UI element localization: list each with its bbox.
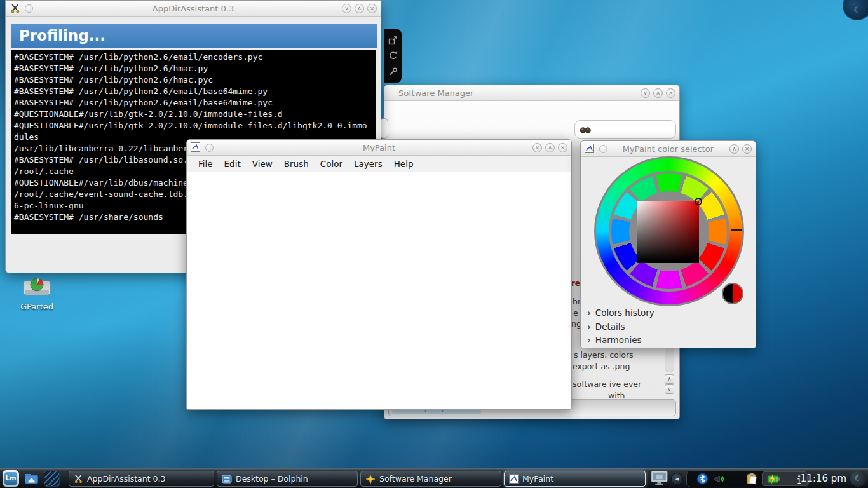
taskbar-item-software-manager[interactable]: Software Manager	[360, 471, 501, 487]
review-text-fragment: software ive ever	[573, 379, 641, 389]
panel-cashew-icon[interactable]: ☾	[850, 471, 866, 487]
current-color-indicator	[722, 283, 743, 304]
expander-colors-history[interactable]: › Colors history	[587, 306, 654, 319]
close-button[interactable]: ×	[666, 88, 675, 98]
plasma-cashew-top-icon[interactable]: ☾	[843, 0, 868, 20]
binoculars-search-icon	[580, 125, 592, 134]
review-text-fragment: e	[573, 308, 578, 318]
menu-help[interactable]: Help	[388, 159, 419, 169]
minimize-button[interactable]: ∨	[342, 4, 351, 13]
search-input[interactable]	[574, 120, 676, 139]
chevron-right-icon: ›	[587, 335, 591, 345]
maximize-button[interactable]: ∧	[729, 144, 739, 154]
close-button[interactable]: ×	[367, 4, 377, 13]
minimize-button[interactable]: ∨	[532, 143, 542, 152]
plasma-widget-toolbox[interactable]	[384, 29, 402, 83]
menu-view[interactable]: View	[247, 159, 278, 169]
mypaint-app-icon	[509, 474, 519, 484]
review-text-fragment: s layers, colors	[574, 350, 634, 360]
gparted-label: GParted	[17, 302, 57, 311]
dolphin-app-icon	[222, 474, 232, 484]
desktop-wallpaper: ☾ GParted Software Manager ∨ ∧ ×	[0, 0, 868, 488]
chevron-right-icon: ›	[587, 308, 591, 318]
menu-edit[interactable]: Edit	[219, 159, 247, 169]
mypaint-menubar: File Edit View Brush Color Layers Help	[187, 156, 571, 172]
scissors-app-icon	[74, 474, 83, 484]
start-menu-button[interactable]: Lm	[3, 470, 19, 487]
refresh-icon[interactable]	[388, 51, 398, 61]
scroll-up-button[interactable]: ∧	[665, 374, 674, 384]
mypaint-titlebar[interactable]: MyPaint ∨ ∧ ×	[187, 140, 571, 156]
menu-layers[interactable]: Layers	[348, 159, 388, 169]
gparted-icon	[22, 275, 51, 298]
wrench-icon[interactable]	[388, 67, 398, 76]
minimize-button[interactable]: ∨	[641, 88, 650, 98]
battery-icon[interactable]	[767, 473, 780, 484]
maximize-button[interactable]: ∧	[545, 143, 555, 152]
close-button[interactable]: ×	[742, 144, 752, 154]
maximize-button[interactable]: ∧	[355, 4, 364, 13]
taskbar-panel: Lm AppDirAssistant 0.3 Desktop – Dolphin	[0, 468, 868, 488]
software-manager-app-icon	[365, 474, 376, 484]
hue-tick-marker	[731, 229, 742, 231]
window-color-selector: MyPaint color selector ∧ × › Colors hist…	[580, 140, 756, 348]
notification-count: 1	[797, 478, 801, 485]
taskbar-item-dolphin[interactable]: Desktop – Dolphin	[217, 471, 358, 487]
scroll-down-button[interactable]: ∨	[665, 384, 674, 394]
maximize-button[interactable]: ∧	[653, 88, 663, 98]
clipboard-icon[interactable]	[746, 473, 758, 485]
menu-color[interactable]: Color	[315, 159, 348, 169]
expander-harmonies[interactable]: › Harmonies	[587, 334, 642, 346]
window-mypaint: MyPaint ∨ ∧ × File Edit View Brush Color…	[186, 139, 572, 410]
menu-file[interactable]: File	[193, 159, 219, 169]
clock[interactable]: 11:16 pm	[801, 469, 846, 488]
software-manager-title: Software Manager	[384, 85, 679, 101]
home-folder-icon[interactable]	[24, 471, 39, 486]
taskbar-item-appdirassistant[interactable]: AppDirAssistant 0.3	[69, 471, 214, 487]
mypaint-canvas[interactable]	[187, 172, 571, 409]
appdirassistant-title: AppDirAssistant 0.3	[6, 1, 381, 17]
review-text-fragment: export as .png -	[573, 362, 635, 371]
menu-brush[interactable]: Brush	[278, 159, 315, 169]
notifications-icon[interactable]: ▴ 1	[797, 473, 801, 485]
saturation-value-square[interactable]	[637, 201, 699, 263]
show-desktop-icon[interactable]	[44, 471, 60, 487]
desktop-icon-gparted[interactable]: GParted	[17, 275, 57, 311]
resize-icon[interactable]	[388, 36, 398, 45]
device-notifier-icon[interactable]	[651, 470, 668, 486]
software-manager-titlebar[interactable]: Software Manager ∨ ∧ ×	[384, 85, 679, 101]
taskbar-item-mypaint[interactable]: MyPaint	[504, 471, 646, 487]
appdirassistant-titlebar[interactable]: AppDirAssistant 0.3 ∨ ∧ ×	[6, 1, 381, 17]
color-marker[interactable]	[695, 198, 702, 205]
expander-details[interactable]: › Details	[587, 320, 625, 333]
volume-icon[interactable]	[714, 474, 725, 484]
system-tray-expander[interactable]: ◀	[671, 473, 683, 485]
mypaint-title: MyPaint	[187, 140, 571, 156]
bluetooth-icon[interactable]	[697, 473, 708, 484]
terminal-cursor	[15, 224, 20, 233]
color-selector-titlebar[interactable]: MyPaint color selector ∧ ×	[581, 141, 756, 157]
system-tray: ▴ 1	[686, 470, 809, 487]
profiling-header: Profiling...	[11, 24, 377, 48]
chevron-right-icon: ›	[587, 322, 591, 332]
close-button[interactable]: ×	[558, 143, 567, 152]
